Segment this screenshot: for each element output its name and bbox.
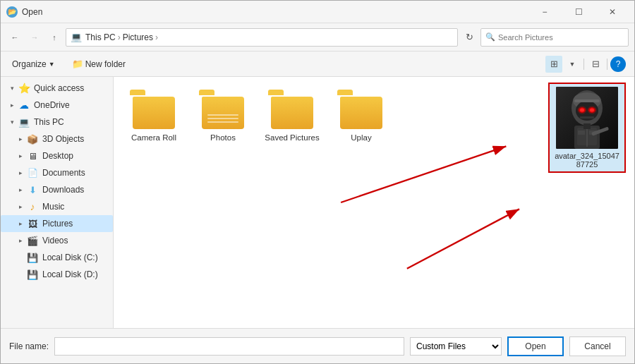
folder-photos[interactable]: Photos <box>191 85 255 146</box>
folder-saved-pictures-label: Saved Pictures <box>265 133 319 142</box>
folder-line <box>207 118 238 119</box>
up-button[interactable]: ↑ <box>46 29 63 46</box>
desktop-label: Desktop <box>42 151 73 161</box>
quick-access-label: Quick access <box>34 83 84 93</box>
folder-line <box>207 121 238 123</box>
svg-rect-19 <box>580 116 594 119</box>
documents-icon: 📄 <box>26 166 39 179</box>
folder-camera-roll-icon <box>130 90 178 129</box>
folder-body <box>340 97 382 129</box>
toolbar-separator-2 <box>607 59 607 70</box>
sidebar-item-local-disk-c[interactable]: ▸ 💾 Local Disk (C:) <box>1 249 113 266</box>
expand-icon: ▾ <box>6 116 18 128</box>
view-buttons: ⊞ ▼ ⊟ ? <box>545 56 626 73</box>
new-folder-button[interactable]: 📁 New folder <box>69 56 128 71</box>
minimize-button[interactable]: − <box>528 1 561 23</box>
sidebar-item-3d-objects[interactable]: ▸ 📦 3D Objects <box>1 131 113 147</box>
title-bar: 📂 Open − ☐ ✕ <box>1 1 634 23</box>
path-pictures: Pictures <box>123 32 153 42</box>
svg-rect-18 <box>574 99 600 102</box>
view-dropdown[interactable]: ▼ <box>564 56 581 73</box>
3d-objects-icon: 📦 <box>26 133 39 145</box>
sidebar-item-documents[interactable]: ▸ 📄 Documents <box>1 164 113 181</box>
svg-line-22 <box>407 209 519 268</box>
new-folder-icon: 📁 <box>72 59 83 69</box>
folder-camera-roll-label: Camera Roll <box>131 133 176 142</box>
sidebar-item-videos[interactable]: ▸ 🎬 Videos <box>1 232 113 249</box>
address-bar: ← → ↑ 💻 This PC › Pictures › ↻ 🔍 <box>1 23 634 51</box>
selected-file-label: avatar_324_15047 87725 <box>555 152 619 169</box>
window-icon: 📂 <box>6 6 18 18</box>
music-label: Music <box>42 202 64 212</box>
folder-body <box>271 97 313 129</box>
window-controls: − ☐ ✕ <box>528 1 629 23</box>
folder-camera-roll[interactable]: Camera Roll <box>122 85 186 146</box>
bottom-bar: File name: Custom Files Open Cancel <box>1 328 634 363</box>
main-content: Camera Roll Photos <box>114 77 634 328</box>
sidebar-item-pictures[interactable]: ▸ 🖼 Pictures <box>1 215 113 232</box>
svg-point-7 <box>580 109 584 112</box>
sidebar: ▾ ⭐ Quick access ▸ ☁ OneDrive ▾ 💻 This P… <box>1 77 114 328</box>
organize-arrow: ▼ <box>49 61 55 68</box>
maximize-button[interactable]: ☐ <box>562 1 595 23</box>
local-disk-c-label: Local Disk (C:) <box>42 253 98 262</box>
videos-icon: 🎬 <box>26 234 39 247</box>
downloads-label: Downloads <box>42 185 84 195</box>
folder-uplay-label: Uplay <box>351 133 371 142</box>
expand-icon: ▸ <box>15 133 26 145</box>
refresh-button[interactable]: ↻ <box>461 29 478 46</box>
onedrive-label: OneDrive <box>34 100 70 110</box>
expand-icon: ▸ <box>15 167 26 178</box>
folder-tab <box>199 90 214 95</box>
search-box[interactable]: 🔍 <box>480 28 629 47</box>
path-separator-1: › <box>118 32 121 42</box>
sidebar-item-this-pc[interactable]: ▾ 💻 This PC <box>1 114 113 131</box>
pictures-icon: 🖼 <box>26 217 39 230</box>
sidebar-item-quick-access[interactable]: ▾ ⭐ Quick access <box>1 80 113 97</box>
image-preview <box>556 87 618 149</box>
3d-objects-label: 3D Objects <box>42 134 84 144</box>
forward-button[interactable]: → <box>26 29 43 46</box>
svg-point-8 <box>590 109 594 112</box>
organize-button[interactable]: Organize ▼ <box>9 57 58 71</box>
sidebar-item-local-disk-d[interactable]: ▸ 💾 Local Disk (D:) <box>1 266 113 283</box>
expand-icon: ▸ <box>15 218 26 229</box>
svg-rect-13 <box>583 123 591 129</box>
folder-saved-pictures[interactable]: Saved Pictures <box>260 85 324 146</box>
open-dialog: 📂 Open − ☐ ✕ ← → ↑ 💻 This PC › Pictures … <box>0 0 635 364</box>
selected-file-item[interactable]: avatar_324_15047 87725 <box>548 83 626 173</box>
path-separator-2: › <box>155 32 158 42</box>
expand-icon: ▸ <box>15 184 26 195</box>
window-title: Open <box>22 7 528 17</box>
organize-label: Organize <box>12 59 47 69</box>
sidebar-item-onedrive[interactable]: ▸ ☁ OneDrive <box>1 97 113 114</box>
toolbar-separator <box>583 59 584 70</box>
expand-icon: ▾ <box>6 83 18 94</box>
back-button[interactable]: ← <box>6 29 23 46</box>
folder-tab <box>130 90 145 95</box>
toolbar: Organize ▼ 📁 New folder ⊞ ▼ ⊟ ? <box>1 51 634 77</box>
documents-label: Documents <box>42 168 85 178</box>
desktop-icon: 🖥 <box>26 150 39 162</box>
folder-photos-label: Photos <box>210 133 236 142</box>
view-preview[interactable]: ⊟ <box>587 56 604 73</box>
svg-rect-15 <box>578 131 585 135</box>
sidebar-item-desktop[interactable]: ▸ 🖥 Desktop <box>1 147 113 164</box>
quick-access-icon: ⭐ <box>18 82 30 95</box>
search-input[interactable] <box>498 33 624 42</box>
close-button[interactable]: ✕ <box>596 1 629 23</box>
open-button[interactable]: Open <box>507 336 564 356</box>
local-disk-c-icon: 💾 <box>26 251 39 264</box>
help-button[interactable]: ? <box>610 56 626 72</box>
folder-lines <box>207 114 238 125</box>
address-path[interactable]: 💻 This PC › Pictures › <box>66 28 458 47</box>
cancel-button[interactable]: Cancel <box>569 336 626 356</box>
filename-input[interactable] <box>54 337 404 356</box>
sidebar-item-music[interactable]: ▸ ♪ Music <box>1 198 113 215</box>
expand-icon: ▸ <box>6 99 18 111</box>
view-large-icons[interactable]: ⊞ <box>545 56 562 73</box>
filetype-select[interactable]: Custom Files <box>410 337 502 356</box>
sidebar-item-downloads[interactable]: ▸ ⬇ Downloads <box>1 181 113 198</box>
folder-uplay[interactable]: Uplay <box>329 85 393 146</box>
content-area: ▾ ⭐ Quick access ▸ ☁ OneDrive ▾ 💻 This P… <box>1 77 634 328</box>
